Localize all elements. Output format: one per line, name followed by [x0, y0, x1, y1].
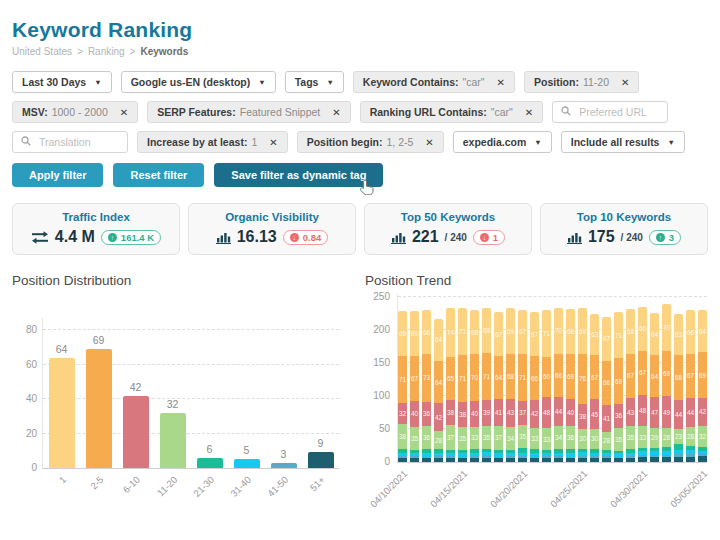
dropdown-expedia-com[interactable]: expedia.com▼	[453, 131, 552, 153]
trend-stacked-bar[interactable]: 74653837	[446, 294, 455, 462]
button-apply-filter[interactable]: Apply filter	[12, 163, 103, 187]
trend-segment-1: 69	[578, 308, 587, 354]
hand-cursor-icon	[360, 179, 374, 197]
kpi-card-top-10-keywords[interactable]: Top 10 Keywords175/ 240↑3	[540, 203, 708, 255]
search-input[interactable]	[37, 135, 119, 149]
distribution-bar-1[interactable]: 64	[49, 358, 75, 468]
trend-segment-6-10: 49	[662, 396, 671, 428]
trend-segment-2-5: 64	[494, 356, 503, 398]
trend-stacked-bar[interactable]: 68694036	[566, 294, 575, 462]
trend-stacked-bar[interactable]: 69713238	[398, 294, 407, 462]
kpi-card-traffic-index[interactable]: Traffic Index4.4 M↑161.4 K	[12, 203, 180, 255]
dropdown-label: Last 30 Days	[22, 76, 86, 88]
button-reset-filter[interactable]: Reset filter	[113, 163, 204, 187]
close-icon[interactable]: ✕	[621, 77, 629, 88]
distribution-bar-11-20[interactable]: 32	[160, 413, 186, 468]
trend-segment-2-5: 67	[410, 356, 419, 400]
chip-label: Increase by at least:	[147, 136, 247, 148]
x-tick-label: 51+	[308, 474, 327, 493]
kpi-card-organic-visibility[interactable]: Organic Visibility16.13↓0.84	[188, 203, 356, 255]
distribution-bar-2-5[interactable]: 69	[86, 349, 112, 468]
trend-segment-2-5: 66	[602, 361, 611, 405]
trend-stacked-bar[interactable]: 69674035	[410, 294, 419, 462]
trend-stacked-bar[interactable]: 69763830	[578, 294, 587, 462]
y-tick-label: 20	[11, 428, 37, 439]
trend-segment-6-10: 47	[650, 397, 659, 428]
trend-stacked-bar[interactable]: 70664434	[554, 294, 563, 462]
arrow-down-circle-icon: ↓	[290, 233, 299, 242]
trend-segment-11-20: 28	[686, 427, 695, 445]
trend-stacked-bar[interactable]: 64644228	[434, 294, 443, 462]
trend-stacked-bar[interactable]: 68674335	[626, 294, 635, 462]
trend-segment-2-5: 68	[674, 355, 683, 400]
trend-stacked-bar[interactable]: 64694232	[698, 294, 707, 462]
close-icon[interactable]: ✕	[332, 107, 340, 118]
breadcrumb-item-ranking[interactable]: Ranking	[88, 46, 125, 57]
breadcrumb-item-keywords[interactable]: Keywords	[140, 46, 188, 57]
kpi-title: Top 50 Keywords	[369, 211, 527, 223]
distribution-bar-21-30[interactable]: 6	[197, 458, 223, 468]
x-tick-label: 04/30/2021	[608, 468, 649, 509]
trend-segment-6-10: 40	[566, 399, 575, 425]
trend-stacked-bar[interactable]: 68704033	[470, 294, 479, 462]
trend-stacked-bar[interactable]: 68713935	[482, 294, 491, 462]
trend-segment-51	[458, 458, 467, 462]
trend-stacked-bar[interactable]: 66674833	[638, 294, 647, 462]
kpi-body: 4.4 M↑161.4 K	[17, 228, 175, 246]
x-tick-label: 04/10/2021	[368, 468, 409, 509]
dropdown-include-all-results[interactable]: Include all results▼	[561, 131, 685, 153]
filter-chip-increase-by-at-least: Increase by at least:1✕	[137, 131, 288, 153]
kpi-value: 4.4 M	[55, 228, 95, 246]
trend-segment-2-5: 67	[686, 354, 695, 398]
trend-stacked-bar[interactable]: 70694928	[662, 294, 671, 462]
trend-stacked-bar[interactable]: 63674530	[590, 294, 599, 462]
trend-segment-1: 67	[518, 310, 527, 354]
x-tick-label: 04/20/2021	[488, 468, 529, 509]
trend-stacked-bar[interactable]: 67664233	[530, 294, 539, 462]
trend-segment-11-20: 33	[470, 427, 479, 449]
button-save-filter-as-dynamic-tag[interactable]: Save filter as dynamic tag	[214, 163, 383, 187]
close-icon[interactable]: ✕	[497, 77, 505, 88]
distribution-bar-31-40[interactable]: 5	[234, 459, 260, 468]
search-icon	[561, 106, 571, 118]
breadcrumb-item-united-states[interactable]: United States	[12, 46, 72, 57]
trend-stacked-bar[interactable]: 71604833	[542, 294, 551, 462]
dropdown-label: Tags	[295, 76, 319, 88]
search-input-translation[interactable]	[12, 131, 128, 153]
dropdown-google-us-en-desktop[interactable]: Google us-EN (desktop)▼	[121, 71, 276, 93]
distribution-bar-41-50[interactable]: 3	[271, 463, 297, 468]
distribution-bar-6-10[interactable]: 42	[123, 396, 149, 468]
close-icon[interactable]: ✕	[120, 107, 128, 118]
search-input[interactable]	[577, 105, 659, 119]
search-input-preferred-url[interactable]	[552, 101, 668, 123]
trend-segment-6-10: 44	[686, 398, 695, 427]
trend-segment-51	[506, 458, 515, 462]
distribution-bar-51[interactable]: 9	[308, 452, 334, 468]
x-tick-label: 04/25/2021	[548, 468, 589, 509]
filter-chip-ranking-url-contains: Ranking URL Contains:"car"✕	[360, 101, 544, 123]
trend-stacked-bar[interactable]: 71693635	[614, 294, 623, 462]
trend-segment-1: 69	[398, 311, 407, 357]
close-icon[interactable]: ✕	[269, 137, 277, 148]
kpi-card-top-50-keywords[interactable]: Top 50 Keywords221/ 240↓1	[364, 203, 532, 255]
chip-value: 1	[251, 136, 257, 148]
trend-segment-1: 64	[698, 310, 707, 352]
close-icon[interactable]: ✕	[525, 107, 533, 118]
trend-stacked-bar[interactable]: 67664128	[602, 294, 611, 462]
trend-stacked-bar[interactable]: 67713735	[518, 294, 527, 462]
trend-stacked-bar[interactable]: 63684423	[674, 294, 683, 462]
trend-stacked-bar[interactable]: 64644729	[650, 294, 659, 462]
trend-stacked-bar[interactable]: 67644137	[494, 294, 503, 462]
dropdown-tags[interactable]: Tags▼	[285, 71, 344, 93]
dropdown-last-30-days[interactable]: Last 30 Days▼	[12, 71, 112, 93]
trend-stacked-bar[interactable]: 69684334	[506, 294, 515, 462]
trend-stacked-bar[interactable]: 71713835	[458, 294, 467, 462]
trend-segment-2-5: 68	[506, 354, 515, 399]
trend-segment-11-20: 33	[530, 428, 539, 450]
close-icon[interactable]: ✕	[425, 137, 433, 148]
trend-segment-2-5: 71	[458, 355, 467, 402]
kpi-cards: Traffic Index4.4 M↑161.4 KOrganic Visibi…	[12, 203, 708, 255]
trend-stacked-bar[interactable]: 66733636	[422, 294, 431, 462]
trend-stacked-bar[interactable]: 66674428	[686, 294, 695, 462]
trend-segment-1: 69	[410, 311, 419, 357]
